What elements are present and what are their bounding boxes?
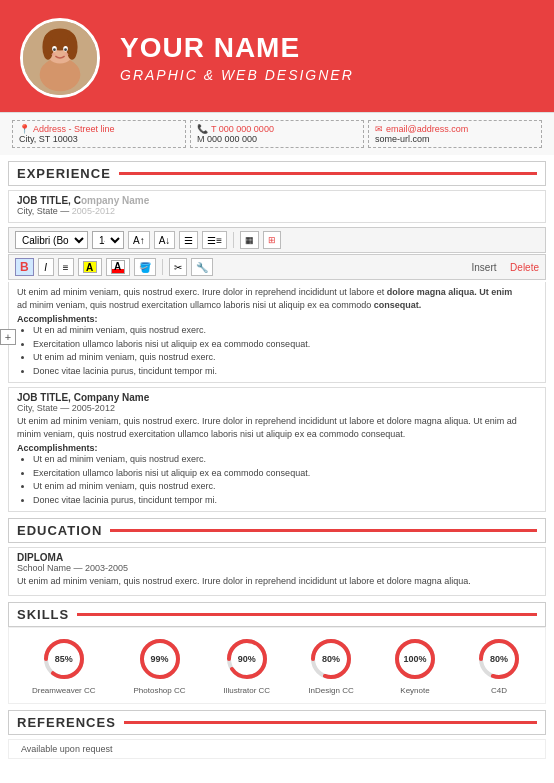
- section-line: [77, 613, 537, 616]
- skill-item: 100% Keynote: [392, 636, 438, 695]
- skill-circle: 85%: [41, 636, 87, 682]
- skills-row: 85% Dreamweaver CC 99% Photoshop CC 90% …: [8, 627, 546, 704]
- scissors-btn[interactable]: ✂: [169, 258, 187, 276]
- skill-pct: 80%: [490, 654, 508, 664]
- add-row-button[interactable]: +: [0, 329, 16, 345]
- edu1-body: Ut enim ad minim veniam, quis nostrud ex…: [17, 575, 537, 588]
- acc1-list: Ut en ad minim veniam, quis nostrud exer…: [17, 324, 537, 378]
- toolbar-divider2: [162, 259, 163, 275]
- references-body: Available upon request: [8, 739, 546, 759]
- bullet-list-btn[interactable]: ☰: [179, 231, 198, 249]
- education-entry-1: DIPLOMA School Name — 2003-2005 Ut enim …: [8, 547, 546, 596]
- skill-pct: 90%: [238, 654, 256, 664]
- skill-circle: 99%: [137, 636, 183, 682]
- skills-section: SKILLS 85% Dreamweaver CC 99% Photoshop …: [0, 602, 554, 704]
- formatting-toolbar-2[interactable]: B I ≡ A A 🪣 ✂ 🔧 Insert Delete: [8, 254, 546, 280]
- skill-item: 90% Illustrator CC: [223, 636, 270, 695]
- edu1-degree: DIPLOMA: [17, 552, 537, 563]
- italic-btn[interactable]: I: [38, 258, 54, 276]
- skills-title: SKILLS: [17, 607, 69, 622]
- size-select[interactable]: 14: [92, 231, 124, 249]
- skill-pct: 99%: [150, 654, 168, 664]
- acc2-list: Ut en ad minim veniam, quis nostrud exer…: [17, 453, 537, 507]
- job-title-header: GRAPHIC & WEB DESIGNER: [120, 67, 534, 83]
- toolbar-divider1: [233, 232, 234, 248]
- education-title: EDUCATION: [17, 523, 102, 538]
- skill-name: C4D: [491, 686, 507, 695]
- exp2-title: JOB TITLE, Company Name: [17, 392, 537, 403]
- section-line: [110, 529, 537, 532]
- skills-header: SKILLS: [8, 602, 546, 627]
- references-section: REFERENCES Available upon request: [0, 710, 554, 759]
- skill-circle: 80%: [308, 636, 354, 682]
- font-color-btn[interactable]: A: [106, 258, 130, 276]
- list-item: Exercitation ullamco laboris nisi ut ali…: [33, 338, 537, 352]
- paint-bucket-btn[interactable]: 🪣: [134, 258, 156, 276]
- education-section: EDUCATION DIPLOMA School Name — 2003-200…: [0, 518, 554, 596]
- font-select[interactable]: Calibri (Bo: [15, 231, 88, 249]
- contact-bar: 📍 Address - Street line City, ST 10003 📞…: [0, 112, 554, 155]
- svg-point-11: [65, 53, 69, 56]
- insert-btn[interactable]: Insert: [472, 262, 497, 273]
- exp2-body: Ut enim ad minim veniam, quis nostrud ex…: [17, 415, 537, 440]
- section-line: [119, 172, 537, 175]
- font-decrease-btn[interactable]: A↓: [154, 231, 176, 249]
- experience-entry-1-body: Ut enim ad minim veniam, quis nostrud ex…: [8, 282, 546, 383]
- list-item: Exercitation ullamco laboris nisi ut ali…: [33, 467, 537, 481]
- skill-circle: 100%: [392, 636, 438, 682]
- highlight-btn[interactable]: A: [78, 258, 102, 276]
- bold-btn[interactable]: B: [15, 258, 34, 276]
- avatar: [20, 18, 100, 98]
- list-item: Donec vitae lacinia purus, tincidunt tem…: [33, 494, 537, 508]
- svg-point-5: [66, 34, 77, 60]
- acc1-title: Accomplishments:: [17, 314, 537, 324]
- list-item: Donec vitae lacinia purus, tincidunt tem…: [33, 365, 537, 379]
- contact-phone: 📞 T 000 000 0000 M 000 000 000: [190, 120, 364, 148]
- references-text: Available upon request: [21, 744, 112, 754]
- skill-item: 99% Photoshop CC: [133, 636, 185, 695]
- font-increase-btn[interactable]: A↑: [128, 231, 150, 249]
- name-block: YOUR NAME GRAPHIC & WEB DESIGNER: [120, 33, 534, 84]
- skill-name: Photoshop CC: [133, 686, 185, 695]
- phone-icon: 📞: [197, 124, 208, 134]
- experience-header: EXPERIENCE: [8, 161, 546, 186]
- skill-item: 80% C4D: [476, 636, 522, 695]
- edu1-school: School Name — 2003-2005: [17, 563, 537, 573]
- skill-circle: 80%: [476, 636, 522, 682]
- skill-item: 85% Dreamweaver CC: [32, 636, 96, 695]
- skill-item: 80% InDesign CC: [308, 636, 354, 695]
- skill-name: Keynote: [400, 686, 429, 695]
- header: YOUR NAME GRAPHIC & WEB DESIGNER: [0, 0, 554, 112]
- svg-point-4: [42, 34, 53, 60]
- align-btn[interactable]: ≡: [58, 258, 74, 276]
- table-btn[interactable]: ⊞: [263, 231, 281, 249]
- unknown-btn[interactable]: 🔧: [191, 258, 213, 276]
- skill-pct: 100%: [404, 654, 427, 664]
- exp1-title: JOB TITLE, Company Name: [17, 195, 537, 206]
- experience-title: EXPERIENCE: [17, 166, 111, 181]
- skill-name: InDesign CC: [308, 686, 353, 695]
- number-list-btn[interactable]: ☰≡: [202, 231, 227, 249]
- references-title: REFERENCES: [17, 715, 116, 730]
- svg-point-10: [52, 53, 56, 56]
- svg-point-9: [64, 48, 67, 51]
- resume-page: YOUR NAME GRAPHIC & WEB DESIGNER 📍 Addre…: [0, 0, 554, 783]
- list-item: Ut enim ad minim veniam, quis nostrud ex…: [33, 480, 537, 494]
- list-item: Ut enim ad minim veniam, quis nostrud ex…: [33, 351, 537, 365]
- svg-point-8: [53, 48, 56, 51]
- list-item: Ut en ad minim veniam, quis nostrud exer…: [33, 453, 537, 467]
- skill-pct: 85%: [55, 654, 73, 664]
- list-item: Ut en ad minim veniam, quis nostrud exer…: [33, 324, 537, 338]
- exp1-subtitle: City, State — 2005-2012: [17, 206, 537, 216]
- exp1-body: Ut enim ad minim veniam, quis nostrud ex…: [17, 286, 537, 311]
- formatting-toolbar[interactable]: Calibri (Bo 14 A↑ A↓ ☰ ☰≡ ▦ ⊞: [8, 227, 546, 253]
- delete-btn[interactable]: Delete: [510, 262, 539, 273]
- skill-circle: 90%: [224, 636, 270, 682]
- grid-btn[interactable]: ▦: [240, 231, 259, 249]
- location-icon: 📍: [19, 124, 30, 134]
- contact-address: 📍 Address - Street line City, ST 10003: [12, 120, 186, 148]
- acc2-title: Accomplishments:: [17, 443, 537, 453]
- skill-name: Dreamweaver CC: [32, 686, 96, 695]
- skill-pct: 80%: [322, 654, 340, 664]
- education-header: EDUCATION: [8, 518, 546, 543]
